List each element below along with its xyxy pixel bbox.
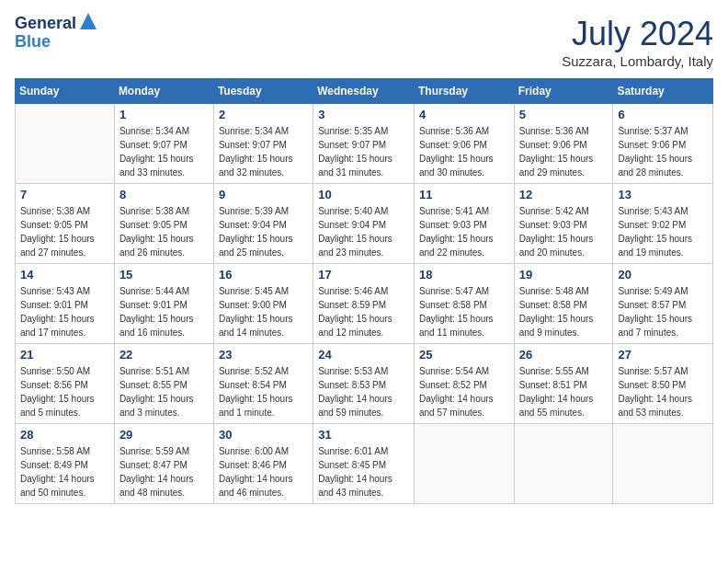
day-number: 2 [219,108,308,121]
day-number: 6 [618,108,708,121]
calendar-cell: 28Sunrise: 5:58 AM Sunset: 8:49 PM Dayli… [16,424,115,504]
day-info: Sunrise: 6:00 AM Sunset: 8:46 PM Dayligh… [219,444,308,500]
day-info: Sunrise: 5:36 AM Sunset: 9:06 PM Dayligh… [519,124,609,179]
day-info: Sunrise: 5:50 AM Sunset: 8:56 PM Dayligh… [20,364,109,419]
day-info: Sunrise: 5:44 AM Sunset: 9:01 PM Dayligh… [119,284,209,339]
day-info: Sunrise: 5:54 AM Sunset: 8:52 PM Dayligh… [419,364,509,419]
day-info: Sunrise: 5:55 AM Sunset: 8:51 PM Dayligh… [519,364,609,419]
week-row-1: 1Sunrise: 5:34 AM Sunset: 9:07 PM Daylig… [16,104,713,184]
calendar-cell: 18Sunrise: 5:47 AM Sunset: 8:58 PM Dayli… [414,264,514,344]
day-info: Sunrise: 5:43 AM Sunset: 9:01 PM Dayligh… [20,284,109,339]
weekday-header-thursday: Thursday [414,79,514,104]
day-number: 5 [519,108,609,121]
calendar-cell: 30Sunrise: 6:00 AM Sunset: 8:46 PM Dayli… [213,424,313,504]
weekday-header-monday: Monday [114,79,213,104]
day-info: Sunrise: 5:46 AM Sunset: 8:59 PM Dayligh… [318,284,409,339]
calendar-cell: 25Sunrise: 5:54 AM Sunset: 8:52 PM Dayli… [414,344,514,424]
day-info: Sunrise: 5:43 AM Sunset: 9:02 PM Dayligh… [618,204,708,259]
day-number: 12 [519,188,609,201]
calendar-cell: 13Sunrise: 5:43 AM Sunset: 9:02 PM Dayli… [613,184,713,264]
calendar-cell [613,424,713,504]
day-number: 30 [219,428,308,442]
day-number: 3 [318,108,409,121]
calendar-cell: 8Sunrise: 5:38 AM Sunset: 9:05 PM Daylig… [114,184,213,264]
calendar-cell: 7Sunrise: 5:38 AM Sunset: 9:05 PM Daylig… [16,184,115,264]
day-number: 10 [318,188,409,201]
day-info: Sunrise: 5:40 AM Sunset: 9:04 PM Dayligh… [318,204,409,259]
day-info: Sunrise: 5:53 AM Sunset: 8:53 PM Dayligh… [318,364,409,419]
day-number: 11 [419,188,509,201]
day-info: Sunrise: 6:01 AM Sunset: 8:45 PM Dayligh… [318,444,409,500]
calendar-cell: 22Sunrise: 5:51 AM Sunset: 8:55 PM Dayli… [114,344,213,424]
calendar-cell: 10Sunrise: 5:40 AM Sunset: 9:04 PM Dayli… [313,184,415,264]
day-info: Sunrise: 5:41 AM Sunset: 9:03 PM Dayligh… [419,204,509,259]
day-info: Sunrise: 5:47 AM Sunset: 8:58 PM Dayligh… [419,284,509,339]
title-section: July 2024 Suzzara, Lombardy, Italy [562,15,713,69]
day-info: Sunrise: 5:38 AM Sunset: 9:05 PM Dayligh… [119,204,209,259]
calendar-cell: 15Sunrise: 5:44 AM Sunset: 9:01 PM Dayli… [114,264,213,344]
calendar-cell: 6Sunrise: 5:37 AM Sunset: 9:06 PM Daylig… [613,104,713,184]
day-number: 24 [318,348,409,362]
calendar-cell: 21Sunrise: 5:50 AM Sunset: 8:56 PM Dayli… [16,344,115,424]
weekday-header-sunday: Sunday [16,79,115,104]
svg-marker-0 [80,13,97,29]
day-number: 1 [119,108,209,121]
day-info: Sunrise: 5:48 AM Sunset: 8:58 PM Dayligh… [519,284,609,339]
calendar-cell: 31Sunrise: 6:01 AM Sunset: 8:45 PM Dayli… [313,424,415,504]
calendar-cell: 12Sunrise: 5:42 AM Sunset: 9:03 PM Dayli… [514,184,613,264]
day-number: 16 [219,268,308,282]
day-info: Sunrise: 5:49 AM Sunset: 8:57 PM Dayligh… [618,284,708,339]
calendar-cell: 16Sunrise: 5:45 AM Sunset: 9:00 PM Dayli… [213,264,313,344]
logo-blue: Blue [15,33,51,52]
day-info: Sunrise: 5:34 AM Sunset: 9:07 PM Dayligh… [219,124,308,179]
day-number: 15 [119,268,209,282]
calendar-cell: 9Sunrise: 5:39 AM Sunset: 9:04 PM Daylig… [213,184,313,264]
day-number: 28 [20,428,109,442]
day-number: 29 [119,428,209,442]
calendar-cell: 23Sunrise: 5:52 AM Sunset: 8:54 PM Dayli… [213,344,313,424]
day-info: Sunrise: 5:57 AM Sunset: 8:50 PM Dayligh… [618,364,708,419]
weekday-header-wednesday: Wednesday [313,79,415,104]
calendar-cell: 3Sunrise: 5:35 AM Sunset: 9:07 PM Daylig… [313,104,415,184]
weekday-header-row: SundayMondayTuesdayWednesdayThursdayFrid… [16,79,713,104]
calendar-cell: 26Sunrise: 5:55 AM Sunset: 8:51 PM Dayli… [514,344,613,424]
week-row-5: 28Sunrise: 5:58 AM Sunset: 8:49 PM Dayli… [16,424,713,504]
week-row-3: 14Sunrise: 5:43 AM Sunset: 9:01 PM Dayli… [16,264,713,344]
calendar-cell: 17Sunrise: 5:46 AM Sunset: 8:59 PM Dayli… [313,264,415,344]
day-number: 4 [419,108,509,121]
calendar-cell: 4Sunrise: 5:36 AM Sunset: 9:06 PM Daylig… [414,104,514,184]
day-number: 20 [618,268,708,282]
location: Suzzara, Lombardy, Italy [562,53,713,69]
page-header: General Blue July 2024 Suzzara, Lombardy… [15,15,713,69]
day-number: 13 [618,188,708,201]
day-number: 23 [219,348,308,362]
week-row-2: 7Sunrise: 5:38 AM Sunset: 9:05 PM Daylig… [16,184,713,264]
day-info: Sunrise: 5:45 AM Sunset: 9:00 PM Dayligh… [219,284,308,339]
calendar-cell: 2Sunrise: 5:34 AM Sunset: 9:07 PM Daylig… [213,104,313,184]
day-info: Sunrise: 5:36 AM Sunset: 9:06 PM Dayligh… [419,124,509,179]
calendar-cell: 29Sunrise: 5:59 AM Sunset: 8:47 PM Dayli… [114,424,213,504]
day-number: 22 [119,348,209,362]
logo-general: General [15,15,76,33]
calendar-cell: 11Sunrise: 5:41 AM Sunset: 9:03 PM Dayli… [414,184,514,264]
day-number: 18 [419,268,509,282]
day-number: 26 [519,348,609,362]
day-info: Sunrise: 5:37 AM Sunset: 9:06 PM Dayligh… [618,124,708,179]
calendar-cell: 1Sunrise: 5:34 AM Sunset: 9:07 PM Daylig… [114,104,213,184]
calendar-cell: 19Sunrise: 5:48 AM Sunset: 8:58 PM Dayli… [514,264,613,344]
weekday-header-tuesday: Tuesday [213,79,313,104]
calendar-cell: 24Sunrise: 5:53 AM Sunset: 8:53 PM Dayli… [313,344,415,424]
day-info: Sunrise: 5:52 AM Sunset: 8:54 PM Dayligh… [219,364,308,419]
calendar-cell [16,104,115,184]
day-info: Sunrise: 5:51 AM Sunset: 8:55 PM Dayligh… [119,364,209,419]
day-number: 21 [20,348,109,362]
day-number: 19 [519,268,609,282]
logo: General Blue [15,15,97,52]
day-number: 9 [219,188,308,201]
day-info: Sunrise: 5:38 AM Sunset: 9:05 PM Dayligh… [20,204,109,259]
day-number: 27 [618,348,708,362]
day-number: 7 [20,188,109,201]
day-info: Sunrise: 5:35 AM Sunset: 9:07 PM Dayligh… [318,124,409,179]
day-number: 31 [318,428,409,442]
day-number: 14 [20,268,109,282]
